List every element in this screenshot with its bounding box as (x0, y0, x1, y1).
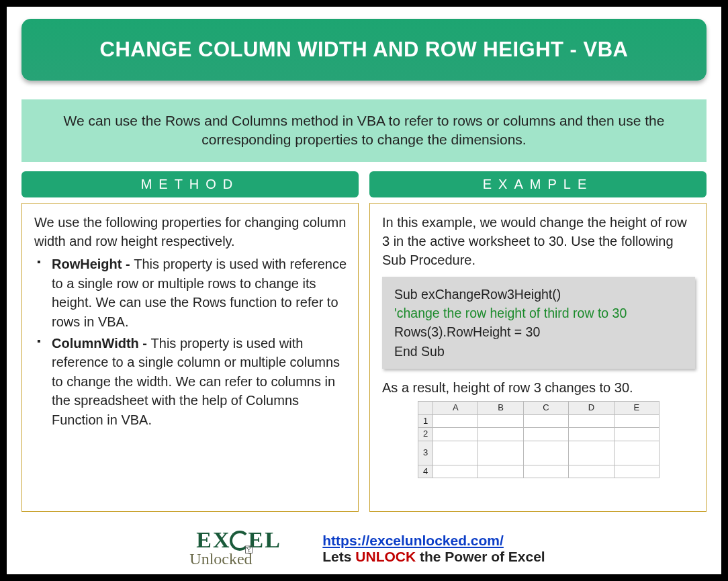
excel-grid: A B C D E 1 2 3 4 (418, 401, 659, 478)
code-line: Sub exChangeRow3Height() (394, 285, 683, 304)
description-box: We can use the Rows and Columns method i… (21, 99, 707, 162)
method-body: We use the following properties for chan… (21, 203, 359, 512)
example-intro: In this example, we would change the hei… (382, 213, 695, 270)
col-header: D (569, 402, 614, 414)
grid-corner (418, 402, 433, 414)
row-header: 1 (418, 414, 433, 427)
method-list: RowHeight - This property is used with r… (34, 255, 347, 429)
method-column: METHOD We use the following properties f… (21, 171, 359, 512)
col-header: B (478, 402, 523, 414)
method-header: METHOD (21, 171, 359, 197)
row-header: 2 (418, 428, 433, 441)
col-header: A (433, 402, 478, 414)
logo: EXEL ⚿ Unlocked (183, 529, 310, 569)
footer: EXEL ⚿ Unlocked https://excelunlocked.co… (7, 529, 721, 569)
logo-text-bottom: Unlocked (189, 550, 252, 568)
website-link[interactable]: https://excelunlocked.com/ (322, 533, 504, 548)
footer-text: https://excelunlocked.com/ Lets UNLOCK t… (322, 533, 545, 565)
example-header: EXAMPLE (369, 171, 707, 197)
col-header: E (614, 402, 659, 414)
code-comment: 'change the row height of third row to 3… (394, 304, 683, 322)
code-line: Rows(3).RowHeight = 30 (394, 322, 683, 341)
unlock-word: UNLOCK (355, 549, 416, 564)
col-header: C (523, 402, 568, 414)
method-intro: We use the following properties for chan… (34, 213, 347, 251)
tagline: Lets UNLOCK the Power of Excel (322, 549, 545, 564)
list-item: ColumnWidth - This property is used with… (37, 334, 347, 429)
logo-text-top: EXEL (196, 527, 281, 553)
property-name: RowHeight - (52, 257, 134, 271)
list-item: RowHeight - This property is used with r… (37, 255, 347, 331)
code-block: Sub exChangeRow3Height() 'change the row… (382, 277, 695, 369)
two-column-layout: METHOD We use the following properties f… (21, 171, 707, 512)
row-header-tall: 3 (418, 441, 433, 465)
property-name: ColumnWidth - (52, 336, 151, 351)
example-result: As a result, height of row 3 changes to … (382, 378, 695, 397)
code-line: End Sub (394, 342, 683, 361)
example-column: EXAMPLE In this example, we would change… (369, 171, 707, 512)
page-title: CHANGE COLUMN WIDTH AND ROW HEIGHT - VBA (21, 19, 707, 81)
document-card: CHANGE COLUMN WIDTH AND ROW HEIGHT - VBA… (7, 7, 721, 574)
example-body: In this example, we would change the hei… (369, 203, 707, 512)
row-header: 4 (418, 465, 433, 478)
